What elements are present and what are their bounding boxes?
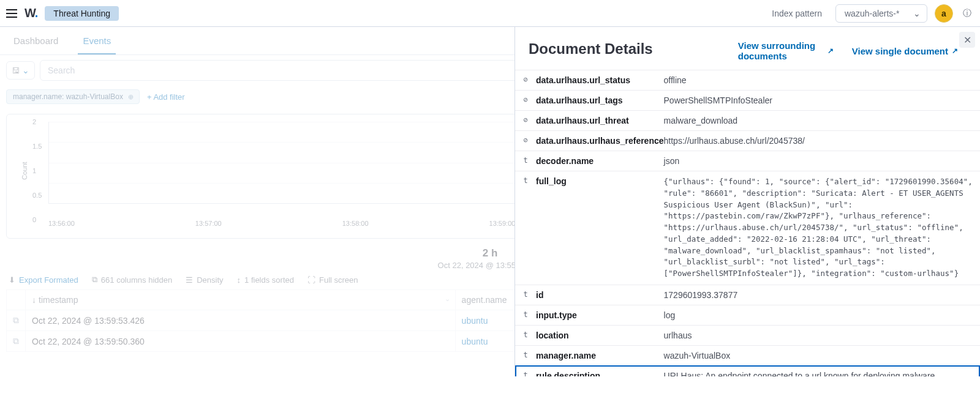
field-key: full_log xyxy=(536,171,664,285)
field-key: id xyxy=(536,285,664,305)
save-query-button[interactable]: 🖫 ⌄ xyxy=(6,61,35,80)
logo: W. xyxy=(24,6,37,20)
columns-hidden-button[interactable]: ⧉661 columns hidden xyxy=(92,275,172,285)
field-value: urlhaus xyxy=(664,325,980,345)
field-row[interactable]: trule.descriptionURLHaus: An endpoint co… xyxy=(515,365,980,376)
field-key: data.urlhaus.url_status xyxy=(536,70,664,91)
y-tick: 0 xyxy=(32,216,36,223)
field-row[interactable]: ⊘data.urlhaus.url_threatmalware_download xyxy=(515,111,980,131)
x-tick: 13:56:00 xyxy=(48,220,75,227)
field-type-icon: ⊘ xyxy=(515,111,536,131)
menu-icon[interactable] xyxy=(6,9,17,18)
tab-dashboard[interactable]: Dashboard xyxy=(9,27,63,54)
avatar[interactable]: a xyxy=(935,4,953,23)
field-row[interactable]: tdecoder.namejson xyxy=(515,151,980,171)
field-key: data.urlhaus.urlhaus_reference xyxy=(536,131,664,151)
help-icon[interactable]: ⓘ xyxy=(960,6,974,21)
field-value: wazuh-VirtualBox xyxy=(664,345,980,365)
export-button[interactable]: ⬇Export Formated xyxy=(9,275,78,285)
x-tick: 13:57:00 xyxy=(195,220,222,227)
columns-icon: ⧉ xyxy=(92,275,97,285)
top-nav: W. Threat Hunting Index pattern wazuh-al… xyxy=(0,0,980,27)
field-type-icon: t xyxy=(515,171,536,285)
y-axis-label: Count xyxy=(21,162,28,179)
flyout-title: Document Details xyxy=(529,40,653,58)
density-button[interactable]: ☰Density xyxy=(186,275,223,285)
add-filter-button[interactable]: + Add filter xyxy=(147,92,185,102)
field-key: manager.name xyxy=(536,345,664,365)
field-row[interactable]: tid1729601993.37877 xyxy=(515,285,980,305)
field-row[interactable]: ⊘data.urlhaus.url_tagsPowerShellSMTPInfo… xyxy=(515,91,980,111)
field-key: data.urlhaus.url_threat xyxy=(536,111,664,131)
field-row[interactable]: tfull_log{"urlhaus": {"found": 1, "sourc… xyxy=(515,171,980,285)
field-type-icon: t xyxy=(515,325,536,345)
expand-row-icon[interactable]: ⧉ xyxy=(7,310,26,331)
fullscreen-button[interactable]: ⛶Full screen xyxy=(307,275,358,285)
field-value: json xyxy=(664,151,980,171)
field-value: log xyxy=(664,305,980,325)
field-value: {"urlhaus": {"found": 1, "source": {"ale… xyxy=(664,171,980,285)
field-type-icon: t xyxy=(515,285,536,305)
index-pattern-value: wazuh-alerts-* xyxy=(845,9,899,18)
field-key: decoder.name xyxy=(536,151,664,171)
sort-down-icon: ↓ xyxy=(32,295,36,305)
index-pattern-label: Index pattern xyxy=(772,9,822,18)
density-icon: ☰ xyxy=(186,275,193,285)
download-icon: ⬇ xyxy=(9,275,15,285)
field-key: input.type xyxy=(536,305,664,325)
field-value: PowerShellSMTPInfoStealer xyxy=(664,91,980,111)
cell-timestamp: Oct 22, 2024 @ 13:59:50.360 xyxy=(26,331,456,352)
popout-icon: ↗ xyxy=(827,47,834,55)
y-tick: 1 xyxy=(32,167,36,174)
field-key: location xyxy=(536,325,664,345)
field-type-icon: t xyxy=(515,151,536,171)
column-header-timestamp[interactable]: ↓timestamp⌄ xyxy=(26,290,456,310)
field-type-icon: t xyxy=(515,305,536,325)
field-row[interactable]: tlocationurlhaus xyxy=(515,325,980,345)
expand-row-icon[interactable]: ⧉ xyxy=(7,331,26,352)
field-value: 1729601993.37877 xyxy=(664,285,980,305)
field-row[interactable]: tmanager.namewazuh-VirtualBox xyxy=(515,345,980,365)
sort-icon: ↕ xyxy=(237,275,241,285)
field-key: data.urlhaus.url_tags xyxy=(536,91,664,111)
field-type-icon: t xyxy=(515,365,536,376)
field-value: malware_download xyxy=(664,111,980,131)
y-tick: 1.5 xyxy=(32,143,42,150)
field-type-icon: ⊘ xyxy=(515,131,536,151)
app-name-badge[interactable]: Threat Hunting xyxy=(45,6,119,21)
filter-pill-label: manager.name: wazuh-VirtualBox xyxy=(13,92,123,101)
sort-button[interactable]: ↕1 fields sorted xyxy=(237,275,294,285)
filter-pill-manager-name[interactable]: manager.name: wazuh-VirtualBox ⊕ xyxy=(6,89,140,104)
close-icon[interactable]: ✕ xyxy=(959,32,975,48)
field-type-icon: ⊘ xyxy=(515,91,536,111)
y-tick: 0.5 xyxy=(32,192,42,199)
field-value: offline xyxy=(664,70,980,91)
filter-pill-action[interactable]: ⊕ xyxy=(127,92,135,101)
field-value: https://urlhaus.abuse.ch/url/2045738/ xyxy=(664,131,980,151)
cell-timestamp: Oct 22, 2024 @ 13:59:53.426 xyxy=(26,310,456,331)
view-surrounding-link[interactable]: View surrounding documents ↗ xyxy=(738,40,834,61)
chevron-down-icon: ⌄ xyxy=(22,65,29,75)
field-key: rule.description xyxy=(536,365,664,376)
expand-column-header xyxy=(7,290,26,310)
field-value: URLHaus: An endpoint connected to a url … xyxy=(664,365,980,376)
view-single-link[interactable]: View single document ↗ xyxy=(852,40,958,61)
field-type-icon: t xyxy=(515,345,536,365)
popout-icon: ↗ xyxy=(952,47,958,55)
field-row[interactable]: ⊘data.urlhaus.urlhaus_referencehttps://u… xyxy=(515,131,980,151)
document-fields-table: ⊘data.urlhaus.url_statusoffline⊘data.url… xyxy=(515,70,980,376)
document-details-flyout: ✕ Document Details View surrounding docu… xyxy=(514,27,980,376)
save-icon: 🖫 xyxy=(12,66,20,75)
tab-events[interactable]: Events xyxy=(78,27,116,54)
x-tick: 13:59:00 xyxy=(489,220,516,227)
x-tick: 13:58:00 xyxy=(342,220,369,227)
field-row[interactable]: tinput.typelog xyxy=(515,305,980,325)
y-tick: 2 xyxy=(32,118,36,125)
fullscreen-icon: ⛶ xyxy=(307,275,315,285)
field-row[interactable]: ⊘data.urlhaus.url_statusoffline xyxy=(515,70,980,91)
index-pattern-select[interactable]: wazuh-alerts-* ⌄ xyxy=(835,4,927,23)
field-type-icon: ⊘ xyxy=(515,70,536,91)
chevron-down-icon: ⌄ xyxy=(445,295,450,303)
chevron-down-icon: ⌄ xyxy=(913,9,921,18)
